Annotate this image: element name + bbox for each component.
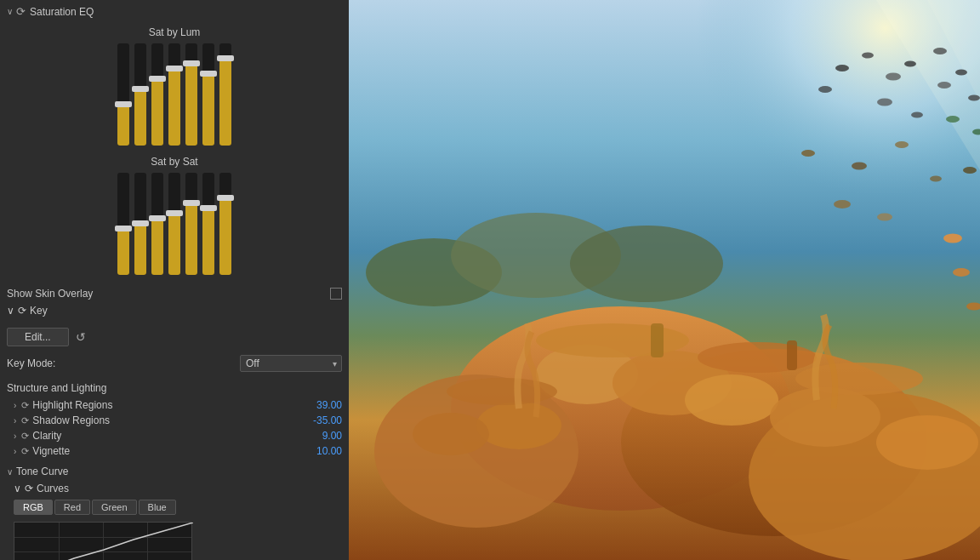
- key-mode-row: Key Mode: Off Luminance Saturation: [0, 351, 349, 375]
- key-mode-select[interactable]: Off Luminance Saturation: [240, 355, 342, 372]
- saturation-eq-chevron: ∨: [7, 7, 13, 16]
- svg-point-25: [862, 53, 874, 59]
- svg-point-32: [818, 86, 832, 93]
- sat-by-sat-section: Sat by Sat: [0, 152, 349, 282]
- svg-point-41: [963, 167, 977, 174]
- key-mode-label: Key Mode:: [7, 357, 55, 369]
- svg-point-40: [930, 176, 942, 182]
- shadow-regions-label: Shadow Regions: [32, 414, 110, 426]
- structure-lighting-header: Structure and Lighting: [0, 379, 349, 397]
- svg-point-27: [904, 61, 916, 67]
- coral-image: [349, 0, 980, 560]
- svg-point-43: [877, 214, 892, 221]
- clarity-label: Clarity: [32, 430, 61, 442]
- vignette-chevron: ›: [14, 447, 16, 456]
- edit-button[interactable]: Edit...: [7, 328, 69, 346]
- tone-curve-label: Tone Curve: [16, 466, 68, 477]
- svg-point-18: [536, 323, 689, 357]
- tab-rgb[interactable]: RGB: [14, 500, 53, 515]
- show-skin-overlay-label: Show Skin Overlay: [7, 288, 93, 300]
- tab-blue[interactable]: Blue: [139, 500, 176, 515]
- saturation-eq-header[interactable]: ∨ ⟳ Saturation EQ: [0, 0, 349, 23]
- clarity-chevron: ›: [14, 431, 16, 441]
- svg-rect-21: [787, 340, 797, 370]
- sat-sat-slider-5[interactable]: [185, 173, 197, 275]
- curves-tabs: RGB Red Green Blue: [7, 496, 342, 518]
- sat-lum-slider-3[interactable]: [151, 43, 163, 146]
- sat-lum-slider-1[interactable]: [117, 43, 129, 146]
- svg-point-17: [876, 415, 978, 470]
- sat-by-sat-sliders: [7, 173, 342, 275]
- sat-sat-slider-1[interactable]: [117, 173, 129, 275]
- svg-point-35: [946, 116, 960, 123]
- shadow-regions-value: -35.00: [313, 414, 342, 426]
- key-icon: ⟳: [18, 305, 26, 317]
- sat-lum-slider-6[interactable]: [202, 43, 214, 146]
- coral-scene-svg: [349, 0, 980, 560]
- clarity-value: 9.00: [322, 430, 342, 442]
- svg-point-44: [943, 234, 962, 243]
- curves-icon: ⟳: [25, 483, 33, 494]
- sat-by-lum-section: Sat by Lum: [0, 23, 349, 152]
- svg-point-37: [801, 150, 815, 157]
- vignette-left: › ⟳ Vignette: [14, 445, 70, 457]
- vignette-label: Vignette: [32, 445, 70, 457]
- show-skin-overlay-checkbox[interactable]: [330, 288, 342, 300]
- curves-label: Curves: [37, 483, 69, 494]
- svg-point-39: [895, 141, 909, 148]
- clarity-icon: ⟳: [21, 431, 29, 442]
- shadow-regions-icon: ⟳: [21, 415, 29, 426]
- sat-sat-slider-2[interactable]: [134, 173, 146, 275]
- curves-subheader[interactable]: ∨ ⟳ Curves: [7, 481, 342, 496]
- vignette-value: 10.00: [316, 445, 342, 457]
- svg-point-38: [852, 163, 867, 170]
- key-mode-select-wrapper[interactable]: Off Luminance Saturation: [240, 355, 342, 372]
- right-panel: [349, 0, 980, 560]
- sat-lum-slider-4[interactable]: [168, 43, 180, 146]
- skin-overlay-section: Show Skin Overlay ∨ ⟳ Key: [0, 282, 349, 323]
- shadow-regions-row[interactable]: › ⟳ Shadow Regions -35.00: [0, 413, 349, 428]
- svg-rect-19: [651, 323, 664, 357]
- sat-sat-slider-3[interactable]: [151, 173, 163, 275]
- key-row-content: ∨ ⟳ Key: [7, 305, 48, 317]
- sat-by-sat-label: Sat by Sat: [7, 156, 342, 168]
- tone-curve-header[interactable]: ∨ Tone Curve: [7, 466, 342, 477]
- svg-point-13: [685, 374, 778, 426]
- svg-point-20: [698, 342, 817, 373]
- left-panel: ∨ ⟳ Saturation EQ Sat by Lum: [0, 0, 349, 560]
- svg-point-28: [933, 48, 947, 54]
- vignette-icon: ⟳: [21, 446, 29, 457]
- vignette-row[interactable]: › ⟳ Vignette 10.00: [0, 443, 349, 459]
- sat-lum-slider-7[interactable]: [219, 43, 231, 146]
- curve-canvas[interactable]: [14, 522, 192, 560]
- highlight-regions-row[interactable]: › ⟳ Highlight Regions 39.00: [0, 397, 349, 413]
- sat-sat-slider-6[interactable]: [202, 173, 214, 275]
- sat-sat-slider-7[interactable]: [219, 173, 231, 275]
- edit-reset-row: Edit... ↺: [0, 323, 349, 351]
- svg-point-16: [413, 413, 489, 455]
- show-skin-overlay-row: Show Skin Overlay: [7, 285, 342, 302]
- sat-lum-slider-2[interactable]: [134, 43, 146, 146]
- highlight-regions-left: › ⟳ Highlight Regions: [14, 399, 112, 411]
- svg-point-15: [770, 387, 880, 447]
- svg-point-42: [834, 200, 851, 209]
- shadow-regions-chevron: ›: [14, 416, 16, 426]
- saturation-eq-label: Saturation EQ: [30, 6, 94, 18]
- clarity-row[interactable]: › ⟳ Clarity 9.00: [0, 428, 349, 443]
- saturation-eq-icon: ⟳: [16, 5, 26, 18]
- tab-green[interactable]: Green: [92, 500, 137, 515]
- svg-point-45: [953, 268, 970, 277]
- svg-point-29: [955, 70, 967, 76]
- tone-curve-section: ∨ Tone Curve ∨ ⟳ Curves RGB Red Green Bl…: [0, 462, 349, 560]
- highlight-regions-value: 39.00: [316, 399, 342, 411]
- sat-sat-slider-4[interactable]: [168, 173, 180, 275]
- sat-by-lum-sliders: [7, 43, 342, 146]
- svg-point-30: [937, 82, 951, 89]
- key-row[interactable]: ∨ ⟳ Key: [7, 302, 342, 319]
- sat-lum-slider-5[interactable]: [185, 43, 197, 146]
- svg-point-34: [911, 112, 923, 118]
- tab-red[interactable]: Red: [54, 500, 90, 515]
- tone-curve-chevron: ∨: [7, 467, 13, 477]
- reset-icon[interactable]: ↺: [76, 330, 86, 344]
- sat-by-lum-label: Sat by Lum: [7, 26, 342, 38]
